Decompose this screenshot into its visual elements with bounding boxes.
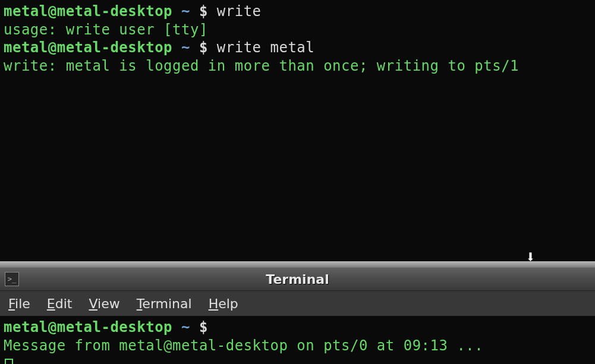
terminal-line: metal@metal-desktop ~ $ write metal [4, 39, 591, 57]
menu-help-rest: elp [218, 296, 238, 311]
menu-help[interactable]: Help [209, 296, 238, 311]
menu-file[interactable]: File [8, 296, 30, 311]
terminal-output: Message from metal@metal-desktop on pts/… [4, 337, 591, 355]
terminal-line: metal@metal-desktop ~ $ write [4, 2, 591, 21]
prompt-path: ~ [181, 319, 190, 335]
menu-edit[interactable]: Edit [47, 296, 73, 311]
terminal-app-icon: >_ [5, 272, 19, 286]
cursor-icon [5, 359, 13, 364]
menu-edit-rest: dit [55, 296, 73, 311]
prompt-user: metal@metal-desktop [4, 319, 172, 335]
prompt-user: metal@metal-desktop [4, 3, 172, 20]
prompt-path: ~ [181, 3, 190, 20]
terminal-output: write: metal is logged in more than once… [4, 57, 591, 75]
terminal-line: metal@metal-desktop ~ $ [4, 318, 591, 337]
prompt-dollar: $ [199, 39, 208, 56]
menu-file-rest: ile [15, 296, 30, 311]
upper-terminal-pane[interactable]: metal@metal-desktop ~ $ write usage: wri… [0, 0, 595, 261]
lower-terminal-pane[interactable]: metal@metal-desktop ~ $ Message from met… [0, 316, 595, 364]
download-arrow-icon: ⬇ [525, 247, 536, 267]
window-title: Terminal [266, 272, 329, 287]
pane-divider[interactable]: ⬇ [0, 261, 595, 267]
command-text: write [217, 3, 262, 20]
terminal-cursor-line [4, 354, 591, 364]
window-titlebar[interactable]: >_ Terminal [0, 267, 595, 291]
menubar: File Edit View Terminal Help [0, 291, 595, 316]
menu-view[interactable]: View [89, 296, 119, 311]
terminal-output: usage: write user [tty] [4, 21, 591, 39]
prompt-dollar: $ [199, 3, 208, 20]
prompt-dollar: $ [199, 319, 208, 335]
prompt-path: ~ [181, 39, 190, 56]
prompt-user: metal@metal-desktop [4, 39, 172, 56]
menu-terminal-rest: erminal [142, 296, 191, 311]
menu-view-rest: iew [97, 296, 120, 311]
menu-terminal[interactable]: Terminal [137, 296, 192, 311]
command-text: write metal [217, 39, 314, 56]
